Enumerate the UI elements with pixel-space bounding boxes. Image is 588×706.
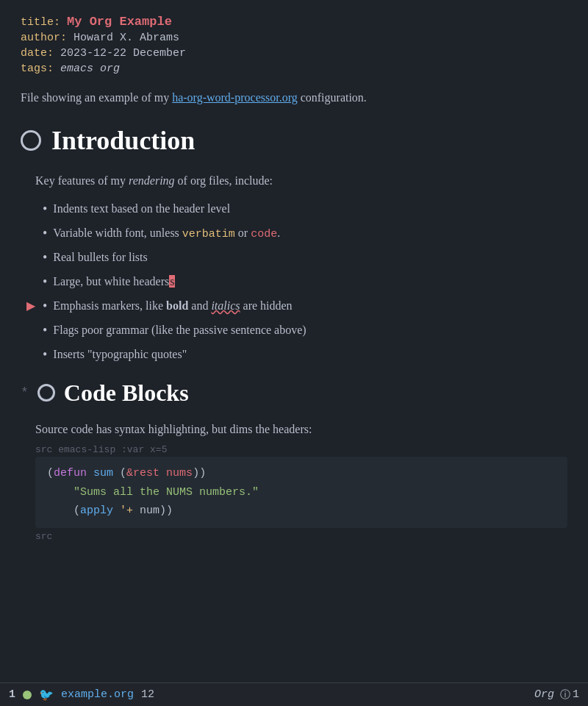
section1-body: Key features of my rendering of org file… xyxy=(21,171,567,365)
status-badge-num: 1 xyxy=(573,688,579,701)
code-var-nums: nums xyxy=(166,467,193,479)
status-badge: ⓘ1 xyxy=(560,688,579,702)
meta-date-line: date: 2023-12-22 December xyxy=(21,47,567,60)
code-var-num: num xyxy=(140,504,159,517)
list-item-text: Inserts "typographic quotes" xyxy=(53,345,187,364)
desc-link[interactable]: ha-org-word-processor.org xyxy=(172,91,297,104)
metadata-block: title: My Org Example author: Howard X. … xyxy=(21,15,567,75)
code-quote: '+ xyxy=(120,504,140,517)
verbatim-code: verbatim xyxy=(182,228,235,240)
italic-text: italics xyxy=(211,299,240,312)
bullet-dot-icon: • xyxy=(43,199,47,219)
heading-stars: * xyxy=(21,385,29,400)
status-bird-icon: 🐦 xyxy=(39,688,54,702)
heading-circle-2-icon xyxy=(37,384,55,402)
intro-text-before: Key features of my xyxy=(35,174,129,187)
heading-code-blocks-title: Code Blocks xyxy=(64,379,189,407)
bullet-dot-icon: • xyxy=(43,345,47,365)
bullet-dot-icon: • xyxy=(43,224,47,243)
code-param: &rest xyxy=(126,467,159,479)
code-fn-name: sum xyxy=(93,467,113,479)
cursor: s xyxy=(169,275,175,288)
code-block-header: src emacs-lisp :var x=5 xyxy=(35,444,567,455)
meta-tags-key: tags: xyxy=(21,63,54,75)
code-keyword-defun: defun xyxy=(54,467,87,479)
status-bar: 1 🐦 example.org 12 Org ⓘ1 xyxy=(0,682,588,706)
bullet-dot-icon: • xyxy=(43,272,47,292)
meta-date-key: date: xyxy=(21,47,54,60)
bullet-dot-icon: • xyxy=(43,248,47,268)
status-dot-icon xyxy=(23,691,32,699)
list-item: • Large, but white headerss xyxy=(43,272,567,292)
list-item-text: Indents text based on the header level xyxy=(53,199,230,218)
list-item: • Variable width font, unless verbatim o… xyxy=(43,224,567,243)
status-mode: Org xyxy=(534,688,554,701)
heading-introduction-title: Introduction xyxy=(51,125,195,156)
code-line-3: (apply '+ num)) xyxy=(47,502,556,521)
code-block: (defun sum (&rest nums)) "Sums all the N… xyxy=(35,457,567,528)
heading-circle-icon xyxy=(21,130,41,151)
code-fn-apply: apply xyxy=(80,504,113,517)
meta-title-value: My Org Example xyxy=(67,15,172,29)
intro-text-after: of org files, include: xyxy=(175,174,273,187)
description-paragraph: File showing an example of my ha-org-wor… xyxy=(21,88,567,107)
list-item-text: Large, but white headerss xyxy=(53,272,175,291)
bullet-dot-icon: • xyxy=(43,321,47,340)
heading-introduction: Introduction xyxy=(21,125,567,156)
code-inline: code xyxy=(251,228,277,240)
meta-tags-value: emacs org xyxy=(60,63,120,75)
active-line-arrow-icon: ▶ xyxy=(26,296,35,315)
desc-text-before: File showing an example of my xyxy=(21,91,172,104)
section2-body: Source code has syntax highlighting, but… xyxy=(21,420,567,542)
list-item: • Real bullets for lists xyxy=(43,248,567,268)
status-line-number: 1 xyxy=(9,688,15,701)
meta-tags-line: tags: emacs org xyxy=(21,63,567,75)
heading-code-blocks: * Code Blocks xyxy=(21,379,567,407)
intro-paragraph: Key features of my rendering of org file… xyxy=(35,171,567,190)
desc-text-after: configuration. xyxy=(298,91,367,104)
main-content: title: My Org Example author: Howard X. … xyxy=(0,0,588,601)
code-paren: ( xyxy=(47,467,54,479)
list-item-text: Real bullets for lists xyxy=(53,248,147,267)
bullet-dot-icon: • xyxy=(43,296,47,316)
list-item: • Indents text based on the header level xyxy=(43,199,567,219)
list-item-text: Variable width font, unless verbatim or … xyxy=(53,224,280,243)
meta-author-key: author: xyxy=(21,32,67,44)
meta-title-line: title: My Org Example xyxy=(21,15,567,29)
status-filename[interactable]: example.org xyxy=(61,688,134,701)
list-item-text: Emphasis markers, like bold and italics … xyxy=(53,296,292,315)
list-item-text: Flags poor grammar (like the passive sen… xyxy=(53,321,306,340)
list-item-active: ▶ • Emphasis markers, like bold and ital… xyxy=(43,296,567,316)
bold-text: bold xyxy=(166,299,188,312)
code-line-2: "Sums all the NUMS numbers." xyxy=(47,483,556,502)
status-right-section: Org ⓘ1 xyxy=(534,688,579,702)
status-column: 12 xyxy=(141,688,154,701)
intro-italic: rendering xyxy=(129,174,175,187)
list-item: • Inserts "typographic quotes" xyxy=(43,345,567,365)
meta-title-key: title: xyxy=(21,16,60,29)
meta-author-value: Howard X. Abrams xyxy=(74,32,179,44)
code-section-intro: Source code has syntax highlighting, but… xyxy=(35,420,567,439)
code-string: "Sums all the NUMS numbers." xyxy=(74,486,259,499)
intro-bullet-list: • Indents text based on the header level… xyxy=(35,199,567,365)
meta-date-value: 2023-12-22 December xyxy=(60,47,186,60)
code-block-footer: src xyxy=(35,531,567,542)
meta-author-line: author: Howard X. Abrams xyxy=(21,32,567,44)
code-line-1: (defun sum (&rest nums)) xyxy=(47,464,556,483)
status-badge-info-icon: ⓘ xyxy=(560,688,570,702)
list-item: • Flags poor grammar (like the passive s… xyxy=(43,321,567,340)
